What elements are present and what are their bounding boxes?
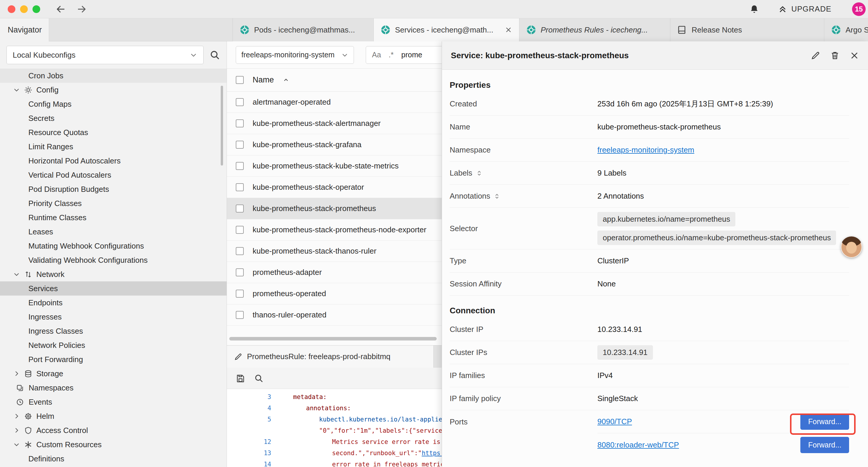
trash-icon[interactable] bbox=[830, 51, 840, 60]
selector-chip: operator.prometheus.io/name=kube-prometh… bbox=[597, 231, 836, 245]
row-checkbox[interactable] bbox=[236, 119, 244, 127]
sidebar-item-storage[interactable]: Storage bbox=[0, 367, 226, 381]
row-checkbox[interactable] bbox=[236, 162, 244, 170]
forward-button[interactable]: Forward... bbox=[800, 437, 849, 453]
type-value: ClusterIP bbox=[597, 252, 849, 269]
sidebar-item-limit-ranges[interactable]: Limit Ranges bbox=[0, 140, 226, 154]
expand-icon[interactable] bbox=[494, 193, 500, 200]
service-name: prometheus-adapter bbox=[253, 268, 322, 277]
ports-label: Ports bbox=[450, 417, 468, 427]
freelens-icon bbox=[381, 25, 390, 35]
port-row: 8080:reloader-web/TCP Forward... bbox=[597, 433, 849, 456]
sidebar-item-network[interactable]: Network bbox=[0, 267, 226, 282]
search-icon[interactable] bbox=[210, 50, 220, 60]
sidebar-item-endpoints[interactable]: Endpoints bbox=[0, 296, 226, 310]
tab-label: Argo Se bbox=[845, 25, 868, 35]
tab-label: Pods - icecheng@mathmas... bbox=[254, 25, 355, 35]
select-all-checkbox[interactable] bbox=[236, 76, 244, 84]
sidebar-item-custom-resources[interactable]: Custom Resources bbox=[0, 437, 226, 451]
minimize-window-button[interactable] bbox=[20, 5, 28, 13]
sidebar-item-port-forwarding[interactable]: Port Forwarding bbox=[0, 352, 226, 367]
sidebar-item-runtime-classes[interactable]: Runtime Classes bbox=[0, 210, 226, 225]
regex-toggle[interactable]: .* bbox=[389, 51, 394, 59]
row-checkbox[interactable] bbox=[236, 290, 244, 298]
forward-button[interactable]: Forward... bbox=[800, 413, 849, 430]
sidebar-controls: Local Kubeconfigs bbox=[0, 41, 226, 68]
sidebar-item-definitions[interactable]: Definitions bbox=[0, 451, 226, 466]
tab-services-icecheng-math[interactable]: Services - icecheng@math... bbox=[373, 18, 519, 41]
bell-icon[interactable] bbox=[749, 4, 759, 14]
name-column-header[interactable]: Name bbox=[253, 76, 274, 85]
sidebar-scrollbar[interactable] bbox=[221, 86, 223, 166]
expand-icon[interactable] bbox=[476, 170, 483, 176]
row-checkbox[interactable] bbox=[236, 205, 244, 212]
sidebar-item-validating-webhook-configurations[interactable]: Validating Webhook Configurations bbox=[0, 253, 226, 267]
close-window-button[interactable] bbox=[8, 5, 16, 13]
prometheusrule-tab[interactable]: PrometheusRule: freeleaps-prod-rabbitmq bbox=[227, 346, 434, 368]
sidebar-item-helm[interactable]: Helm bbox=[0, 409, 226, 423]
sidebar-item-label: Port Forwarding bbox=[28, 355, 83, 364]
asterisk-icon bbox=[24, 441, 32, 449]
row-checkbox[interactable] bbox=[236, 268, 244, 276]
chevron-down-icon bbox=[13, 441, 20, 448]
sort-asc-icon[interactable] bbox=[283, 77, 289, 83]
avatar[interactable] bbox=[841, 236, 862, 258]
kubeconfig-selector[interactable]: Local Kubeconfigs bbox=[6, 46, 204, 64]
notification-badge[interactable]: 15 bbox=[852, 2, 866, 16]
tab-prometheus-rules-icecheng[interactable]: Prometheus Rules - icecheng... bbox=[519, 18, 670, 41]
row-checkbox[interactable] bbox=[236, 247, 244, 255]
close-icon[interactable] bbox=[505, 26, 512, 33]
namespace-link[interactable]: freeleaps-monitoring-system bbox=[597, 145, 694, 154]
sidebar-item-events[interactable]: Events bbox=[0, 395, 226, 409]
edit-icon[interactable] bbox=[811, 51, 820, 60]
row-checkbox[interactable] bbox=[236, 226, 244, 234]
back-icon[interactable] bbox=[56, 4, 66, 14]
namespace-label: Namespace bbox=[450, 145, 491, 154]
service-name: kube-prometheus-stack-prometheus bbox=[253, 204, 376, 213]
sidebar-item-access-control[interactable]: Access Control bbox=[0, 423, 226, 437]
row-checkbox[interactable] bbox=[236, 141, 244, 149]
horizontal-scrollbar[interactable] bbox=[229, 337, 437, 341]
line-number: 5 bbox=[227, 414, 283, 425]
sidebar-item-ingresses[interactable]: Ingresses bbox=[0, 310, 226, 324]
tab-argo-se[interactable]: Argo Se bbox=[824, 18, 868, 41]
sidebar-item-label: Leases bbox=[28, 227, 53, 236]
tab-release-notes[interactable]: Release Notes bbox=[670, 18, 824, 41]
sidebar-item-cron-jobs[interactable]: Cron Jobs bbox=[0, 68, 226, 83]
sidebar-item-ingress-classes[interactable]: Ingress Classes bbox=[0, 324, 226, 338]
maximize-window-button[interactable] bbox=[32, 5, 40, 13]
upgrade-button[interactable]: UPGRADE bbox=[778, 4, 831, 13]
sidebar-item-services[interactable]: Services bbox=[0, 282, 226, 296]
app-window: { "colors": { "accent": "#3d72d4", "anno… bbox=[0, 0, 868, 467]
sidebar-item-config[interactable]: Config bbox=[0, 83, 226, 97]
match-case-toggle[interactable]: Aa bbox=[372, 51, 381, 59]
sidebar-item-namespaces[interactable]: Namespaces bbox=[0, 381, 226, 395]
sidebar-item-pod-disruption-budgets[interactable]: Pod Disruption Budgets bbox=[0, 182, 226, 196]
labels-label: Labels bbox=[450, 169, 472, 178]
sidebar-item-vertical-pod-autoscalers[interactable]: Vertical Pod Autoscalers bbox=[0, 168, 226, 182]
port-link[interactable]: 9090/TCP bbox=[597, 417, 632, 426]
close-icon[interactable] bbox=[850, 51, 859, 60]
line-number: 13 bbox=[227, 447, 283, 459]
sidebar-item-secrets[interactable]: Secrets bbox=[0, 111, 226, 125]
sidebar-item-priority-classes[interactable]: Priority Classes bbox=[0, 196, 226, 210]
sidebar-item-network-policies[interactable]: Network Policies bbox=[0, 338, 226, 352]
row-checkbox[interactable] bbox=[236, 311, 244, 319]
events-icon bbox=[16, 398, 24, 406]
navigator-tab[interactable]: Navigator bbox=[0, 18, 49, 41]
sidebar-item-resource-quotas[interactable]: Resource Quotas bbox=[0, 125, 226, 140]
row-checkbox[interactable] bbox=[236, 183, 244, 191]
sidebar-item-mutating-webhook-configurations[interactable]: Mutating Webhook Configurations bbox=[0, 239, 226, 253]
sidebar-item-horizontal-pod-autoscalers[interactable]: Horizontal Pod Autoscalers bbox=[0, 154, 226, 168]
tab-pods-icecheng-mathmas[interactable]: Pods - icecheng@mathmas... bbox=[232, 18, 374, 41]
service-name: thanos-ruler-operated bbox=[253, 310, 327, 320]
search-icon[interactable] bbox=[254, 374, 264, 383]
sidebar-item-config-maps[interactable]: Config Maps bbox=[0, 97, 226, 111]
created-row: Created 253d 16h 6m ago (2025年1月13日 GMT+… bbox=[450, 92, 849, 116]
port-link[interactable]: 8080:reloader-web/TCP bbox=[597, 440, 679, 449]
sidebar-item-leases[interactable]: Leases bbox=[0, 225, 226, 239]
row-checkbox[interactable] bbox=[236, 98, 244, 106]
namespace-filter[interactable]: freeleaps-monitoring-system bbox=[236, 46, 354, 64]
save-icon[interactable] bbox=[236, 374, 245, 383]
forward-icon[interactable] bbox=[76, 4, 87, 14]
